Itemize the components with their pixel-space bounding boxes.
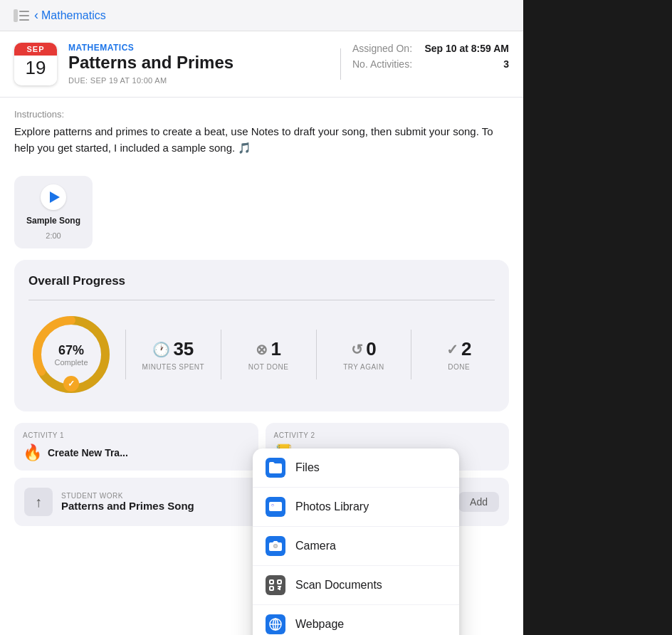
svg-rect-3: [19, 19, 29, 21]
add-button[interactable]: Add: [458, 492, 499, 512]
try-again-label: TRY AGAIN: [343, 363, 384, 371]
webpage-label: Webpage: [295, 618, 344, 631]
minutes-value: 35: [173, 338, 194, 360]
back-chevron-icon: ‹: [34, 8, 38, 23]
not-done-value: 1: [271, 338, 280, 360]
back-button[interactable]: ‹ Mathematics: [34, 8, 106, 23]
song-title: Sample Song: [26, 216, 80, 226]
clock-icon: 🕐: [152, 341, 170, 358]
play-triangle-icon: [50, 191, 60, 203]
donut-complete-label: Complete: [54, 358, 88, 367]
not-done-icon: ⊗: [256, 341, 268, 358]
done-label: DONE: [448, 363, 470, 371]
no-activities-value: 3: [503, 58, 509, 70]
progress-section: Overall Progress 67% Complete: [14, 260, 509, 411]
try-again-value: 0: [366, 338, 376, 360]
donut-percent: 67%: [54, 343, 88, 358]
assignment-title: Patterns and Primes: [68, 53, 329, 73]
back-label: Mathematics: [41, 9, 106, 22]
stat-try-again: ↺ 0 TRY AGAIN: [328, 338, 400, 371]
calendar-icon: SEP 19: [14, 43, 57, 85]
donut-check-icon: ✓: [63, 376, 79, 392]
sample-song-card[interactable]: Sample Song 2:00: [14, 176, 93, 248]
progress-stats: 67% Complete ✓ 🕐 35 MINUTES SPENT: [28, 312, 495, 397]
files-label: Files: [295, 461, 320, 474]
stat-divider-1: [125, 330, 126, 379]
camera-icon: [266, 536, 285, 556]
stat-minutes: 🕐 35 MINUTES SPENT: [137, 338, 209, 371]
calendar-day: 19: [14, 56, 57, 80]
svg-rect-11: [270, 580, 273, 584]
try-again-icon: ↺: [351, 341, 363, 358]
activity-1-icon: 🔥: [23, 444, 42, 462]
play-button[interactable]: [41, 184, 66, 210]
donut-center: 67% Complete: [54, 343, 88, 367]
assignment-info: MATHEMATICS Patterns and Primes DUE: SEP…: [68, 43, 329, 85]
minutes-label: MINUTES SPENT: [142, 363, 205, 371]
right-panel: [523, 0, 672, 635]
progress-divider: [28, 300, 495, 300]
globe-icon: [266, 614, 285, 634]
upload-icon: ↑: [35, 494, 42, 510]
assignment-meta: Assigned On: Sep 10 at 8:59 AM No. Activ…: [352, 43, 509, 85]
work-icon: ↑: [24, 488, 53, 516]
not-done-label: NOT DONE: [248, 363, 289, 371]
menu-item-webpage[interactable]: Webpage: [253, 605, 459, 635]
calendar-month: SEP: [14, 43, 57, 56]
menu-item-photos[interactable]: Photos Library: [253, 488, 459, 527]
activity-2-label: ACTIVITY 2: [274, 431, 501, 439]
scan-label: Scan Documents: [295, 579, 382, 592]
assigned-on-row: Assigned On: Sep 10 at 8:59 AM: [352, 43, 509, 54]
svg-rect-2: [19, 15, 29, 16]
photos-icon: [266, 497, 285, 517]
assignment-due: DUE: SEP 19 AT 10:00 AM: [68, 76, 329, 85]
stat-divider-3: [316, 330, 317, 379]
no-activities-row: No. Activities: 3: [352, 58, 509, 70]
assigned-on-value: Sep 10 at 8:59 AM: [424, 43, 509, 54]
photos-label: Photos Library: [295, 500, 369, 513]
stat-divider-2: [221, 330, 221, 379]
instructions-text: Explore patterns and primes to create a …: [14, 124, 509, 156]
activity-1-label: ACTIVITY 1: [23, 431, 250, 439]
activity-1-title: Create New Tra...: [48, 447, 128, 458]
progress-title: Overall Progress: [28, 274, 495, 288]
svg-rect-13: [270, 587, 273, 590]
menu-item-files[interactable]: Files: [253, 448, 459, 488]
svg-rect-12: [278, 580, 281, 584]
folder-icon: [266, 458, 285, 478]
svg-rect-0: [14, 9, 18, 22]
instructions-section: Instructions: Explore patterns and prime…: [0, 98, 523, 167]
done-check-icon: ✓: [446, 341, 458, 358]
activity-card-1[interactable]: ACTIVITY 1 🔥 Create New Tra...: [14, 423, 258, 471]
done-value: 2: [461, 338, 471, 360]
camera-label: Camera: [295, 540, 336, 552]
assignment-subject: MATHEMATICS: [68, 43, 329, 53]
song-duration: 2:00: [46, 231, 61, 240]
no-activities-label: No. Activities:: [352, 58, 412, 70]
stat-not-done: ⊗ 1 NOT DONE: [233, 338, 305, 371]
menu-item-scan[interactable]: Scan Documents: [253, 566, 459, 605]
sidebar-toggle-button[interactable]: [11, 6, 31, 26]
assigned-on-label: Assigned On:: [352, 43, 412, 54]
donut-chart: 67% Complete ✓: [28, 312, 114, 397]
header-divider: [340, 48, 341, 80]
stat-done: ✓ 2 DONE: [423, 338, 495, 371]
scan-icon: [266, 575, 285, 595]
dropdown-menu: Files Photos Library Camera: [253, 448, 459, 635]
svg-point-10: [274, 545, 277, 547]
assignment-header: SEP 19 MATHEMATICS Patterns and Primes D…: [0, 31, 523, 98]
stat-divider-4: [411, 330, 411, 379]
instructions-label: Instructions:: [14, 109, 509, 120]
activity-1-content: 🔥 Create New Tra...: [23, 444, 250, 462]
svg-rect-1: [19, 11, 29, 12]
menu-item-camera[interactable]: Camera: [253, 527, 459, 566]
